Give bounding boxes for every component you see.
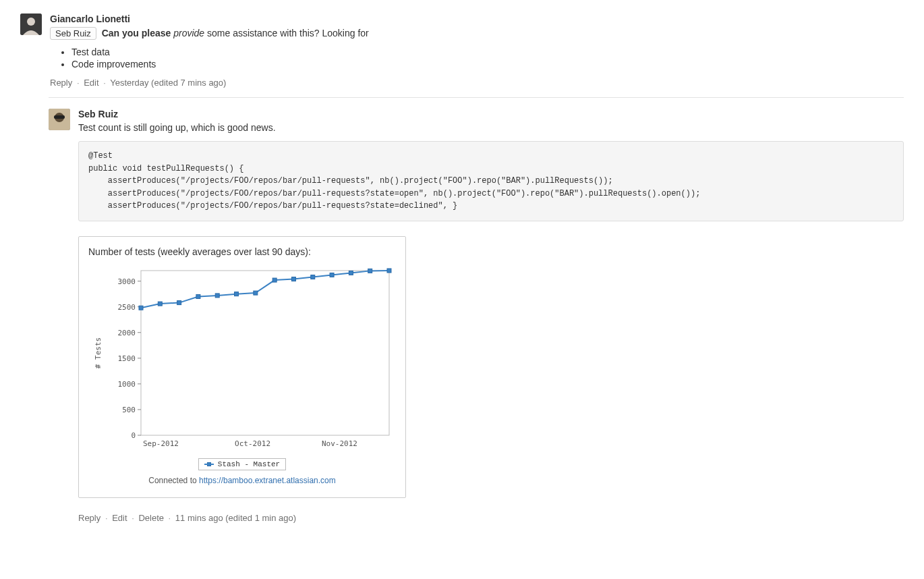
comment-text: Seb Ruiz Can you please provide some ass…: [50, 27, 904, 40]
chart-footer-link[interactable]: https://bamboo.extranet.atlassian.com: [199, 476, 336, 485]
edit-link[interactable]: Edit: [84, 78, 98, 88]
svg-text:Oct-2012: Oct-2012: [235, 439, 270, 448]
delete-link[interactable]: Delete: [138, 513, 164, 523]
code-block: @Test public void testPullRequests() { a…: [78, 141, 904, 221]
list-item: Test data: [71, 47, 904, 57]
svg-text:2000: 2000: [118, 329, 136, 337]
svg-rect-30: [254, 291, 258, 295]
avatar: [20, 13, 42, 35]
svg-rect-37: [387, 269, 391, 273]
svg-rect-4: [54, 115, 65, 119]
svg-rect-5: [141, 271, 389, 435]
mention-chip[interactable]: Seb Ruiz: [50, 27, 96, 40]
separator: ·: [132, 513, 134, 523]
reply-link[interactable]: Reply: [78, 513, 100, 523]
comment-text-plain: some assistance with this? Looking for: [207, 28, 369, 38]
svg-rect-28: [215, 294, 219, 298]
svg-text:500: 500: [122, 406, 136, 414]
list-item: Code improvements: [71, 59, 904, 70]
svg-rect-32: [291, 277, 295, 281]
chart-card: Number of tests (weekly averages over la…: [78, 236, 406, 498]
comment-author: Seb Ruiz: [78, 109, 904, 119]
chart-title: Number of tests (weekly averages over la…: [88, 246, 396, 257]
svg-text:3000: 3000: [118, 277, 136, 286]
reply-thread: Seb Ruiz Test count is still going up, w…: [49, 97, 904, 523]
timestamp: Yesterday (edited 7 mins ago): [110, 78, 226, 88]
svg-rect-34: [330, 273, 334, 277]
comment-bullets: Test data Code improvements: [50, 47, 904, 70]
svg-rect-35: [349, 271, 353, 275]
svg-text:1500: 1500: [118, 354, 136, 363]
comment-actions: Reply · Edit · Yesterday (edited 7 mins …: [50, 78, 904, 88]
svg-point-1: [27, 18, 35, 26]
timestamp: 11 mins ago (edited 1 min ago): [175, 513, 296, 523]
comment-text: Test count is still going up, which is g…: [78, 122, 904, 133]
chart-footer: Connected to https://bamboo.extranet.atl…: [88, 476, 396, 485]
svg-text:# Tests: # Tests: [94, 337, 103, 368]
svg-rect-31: [272, 278, 277, 282]
chart-area: 050010001500200025003000Sep-2012Oct-2012…: [88, 265, 396, 454]
separator: ·: [105, 513, 108, 523]
svg-rect-27: [196, 294, 200, 298]
separator: ·: [169, 513, 171, 523]
svg-text:1000: 1000: [118, 380, 136, 389]
svg-rect-29: [235, 292, 239, 296]
svg-rect-24: [139, 306, 143, 310]
svg-text:Nov-2012: Nov-2012: [322, 439, 357, 448]
separator: ·: [103, 78, 106, 88]
avatar: [49, 109, 70, 130]
reply-link[interactable]: Reply: [50, 78, 72, 88]
svg-rect-36: [368, 269, 372, 273]
svg-rect-33: [311, 275, 315, 279]
svg-text:0: 0: [131, 431, 136, 440]
legend-label: Stash - Master: [218, 460, 280, 468]
comment-text-italic: provide: [173, 28, 207, 38]
comment: Giancarlo Lionetti Seb Ruiz Can you plea…: [20, 13, 904, 88]
svg-text:2500: 2500: [118, 303, 136, 312]
chart-footer-prefix: Connected to: [148, 476, 199, 485]
comment: Seb Ruiz Test count is still going up, w…: [49, 109, 904, 523]
comment-author: Giancarlo Lionetti: [50, 13, 904, 24]
edit-link[interactable]: Edit: [112, 513, 127, 523]
chart-legend: Stash - Master: [198, 458, 286, 470]
comment-text-bold: Can you please: [102, 28, 174, 38]
svg-text:Sep-2012: Sep-2012: [143, 439, 179, 448]
svg-rect-26: [177, 301, 181, 305]
chart-svg: 050010001500200025003000Sep-2012Oct-2012…: [88, 265, 396, 454]
svg-rect-25: [158, 302, 162, 306]
comment-actions: Reply · Edit · Delete · 11 mins ago (edi…: [78, 513, 904, 523]
legend-swatch-icon: [204, 462, 214, 467]
separator: ·: [77, 78, 80, 88]
